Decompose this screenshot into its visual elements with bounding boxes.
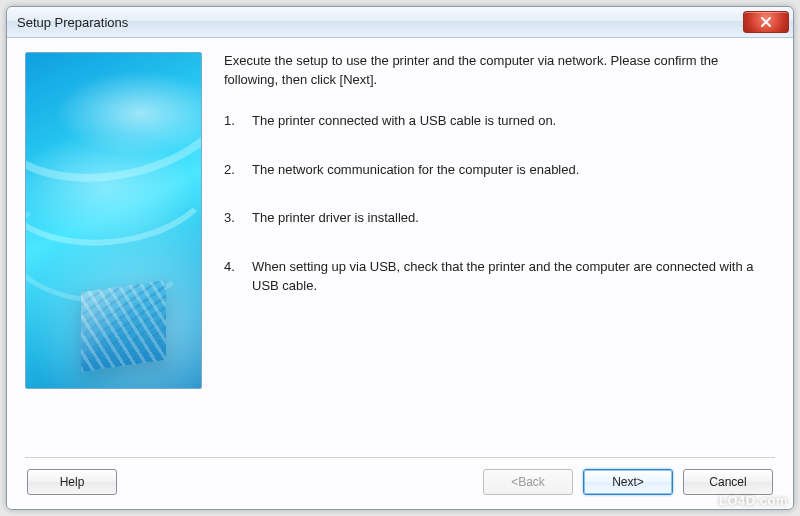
step-number: 1.: [224, 112, 252, 131]
window-title: Setup Preparations: [17, 15, 743, 30]
back-button[interactable]: <Back: [483, 469, 573, 495]
step-item: 3. The printer driver is installed.: [224, 209, 775, 228]
content-column: Execute the setup to use the printer and…: [224, 52, 775, 453]
close-button[interactable]: [743, 11, 789, 33]
intro-text: Execute the setup to use the printer and…: [224, 52, 775, 90]
step-text: The network communication for the comput…: [252, 161, 775, 180]
footer: Help <Back Next> Cancel: [25, 469, 775, 499]
step-list: 1. The printer connected with a USB cabl…: [224, 112, 775, 296]
wizard-graphic: [25, 52, 202, 389]
dialog-body: Execute the setup to use the printer and…: [7, 38, 793, 509]
setup-dialog: Setup Preparations Execute the setup to …: [6, 6, 794, 510]
step-number: 2.: [224, 161, 252, 180]
step-item: 4. When setting up via USB, check that t…: [224, 258, 775, 296]
step-text: When setting up via USB, check that the …: [252, 258, 775, 296]
step-item: 1. The printer connected with a USB cabl…: [224, 112, 775, 131]
cancel-button[interactable]: Cancel: [683, 469, 773, 495]
next-button[interactable]: Next>: [583, 469, 673, 495]
help-button[interactable]: Help: [27, 469, 117, 495]
step-text: The printer driver is installed.: [252, 209, 775, 228]
step-number: 3.: [224, 209, 252, 228]
separator: [25, 457, 775, 459]
step-text: The printer connected with a USB cable i…: [252, 112, 775, 131]
step-number: 4.: [224, 258, 252, 296]
close-icon: [760, 16, 772, 28]
step-item: 2. The network communication for the com…: [224, 161, 775, 180]
titlebar: Setup Preparations: [7, 7, 793, 38]
